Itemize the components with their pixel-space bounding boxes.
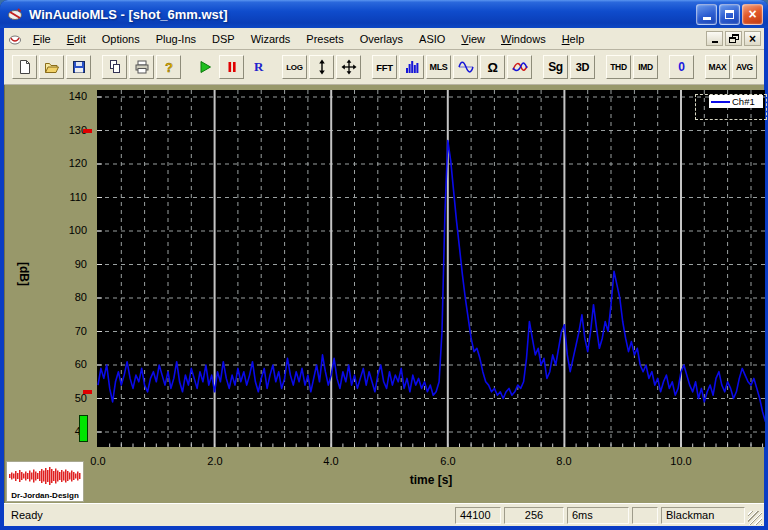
mdi-close-icon: × [749,33,756,45]
record-button-label: R [254,59,263,75]
printer-icon [134,59,150,75]
max-button[interactable]: MAX [705,55,730,79]
mdi-restore-button[interactable] [725,31,742,46]
status-message: Ready [4,509,455,521]
spectrum-button[interactable] [399,55,424,79]
menu-overlays[interactable]: Overlays [352,30,411,48]
log-scale-button[interactable]: LOG [282,55,307,79]
new-button[interactable] [12,55,37,79]
y-tick-label: 90 [43,258,87,270]
close-button[interactable]: × [742,4,763,25]
status-bar: Ready 441002566msBlackman [4,503,764,526]
menu-edit[interactable]: Edit [59,30,94,48]
overlay-curves-icon [512,59,528,75]
level-meter [79,415,88,442]
app-icon [6,5,24,23]
plot-grid [97,90,765,447]
print-button[interactable] [129,55,154,79]
copy-pages-icon [107,59,123,75]
record-button[interactable]: R [246,55,271,79]
application-window: WinAudioMLS - [shot_6mm.wst] × FileEditO… [0,0,768,530]
status-field-6ms: 6ms [567,507,629,524]
y-tick-label: 50 [43,392,87,404]
resize-grip[interactable] [748,511,762,525]
thd-button[interactable]: THD [606,55,631,79]
y-tick-label: 70 [43,325,87,337]
menu-items: FileEditOptionsPlug-InsDSPWizardsPresets… [25,30,704,48]
open-button[interactable] [39,55,64,79]
play-icon [197,59,213,75]
impedance-button[interactable]: Ω [480,55,505,79]
generator-button[interactable] [453,55,478,79]
pause-icon [224,59,240,75]
pan-button[interactable] [336,55,361,79]
fft-button-label: FFT [376,62,393,73]
x-tick-label: 10.0 [664,455,698,467]
red-range-marker[interactable] [83,390,92,394]
svg-text:?: ? [165,60,173,75]
maximize-button[interactable] [719,4,740,25]
avg-button[interactable]: AVG [732,55,757,79]
imd-button[interactable]: IMD [633,55,658,79]
y-axis-label: [dB] [17,257,31,291]
zero-button[interactable]: 0 [669,55,694,79]
x-tick-label: 0.0 [81,455,115,467]
y-tick-label: 80 [43,291,87,303]
legend-box[interactable]: Ch#1 [709,95,763,108]
zero-button-label: 0 [678,60,684,74]
x-tick-label: 4.0 [314,455,348,467]
impedance-button-label: Ω [487,60,497,75]
new-document-icon [17,59,33,75]
close-icon: × [748,7,756,21]
minimize-icon [703,17,711,20]
minimize-button[interactable] [696,4,717,25]
menu-presets[interactable]: Presets [298,30,351,48]
y-tick-label: 100 [43,224,87,236]
open-folder-icon [44,59,60,75]
x-axis-label: time [s] [97,473,765,487]
pause-button[interactable] [219,55,244,79]
sg-button[interactable]: Sg [543,55,568,79]
menu-windows[interactable]: Windows [493,30,554,48]
menu-plug-ins[interactable]: Plug-Ins [148,30,204,48]
menu-dsp[interactable]: DSP [204,30,243,48]
red-range-marker[interactable] [83,129,92,133]
x-tick-label: 6.0 [431,455,465,467]
fft-button[interactable]: FFT [372,55,397,79]
menu-options[interactable]: Options [94,30,148,48]
vendor-logo: Dr-Jordan-Design [6,461,84,502]
v-range-icon [314,59,330,75]
menu-asio[interactable]: ASIO [411,30,453,48]
mls-button[interactable]: MLS [426,55,451,79]
x-tick-label: 2.0 [198,455,232,467]
y-tick-label: 130 [43,124,87,136]
status-field-empty [632,507,658,524]
menu-file[interactable]: File [25,30,59,48]
threed-button-label: 3D [576,61,589,73]
sine-wave-icon [458,59,474,75]
help-button[interactable]: ? [156,55,181,79]
mls-button-label: MLS [429,62,447,72]
plot-area[interactable] [97,90,765,447]
copy-button[interactable] [102,55,127,79]
y-tick-label: 110 [43,191,87,203]
title-bar[interactable]: WinAudioMLS - [shot_6mm.wst] × [0,0,768,28]
mdi-close-button[interactable]: × [744,31,761,46]
save-floppy-icon [71,59,87,75]
menu-help[interactable]: Help [554,30,593,48]
mdi-minimize-button[interactable] [706,31,723,46]
legend-selection-frame[interactable]: Ch#1 [695,94,767,120]
vertical-range-button[interactable] [309,55,334,79]
menu-view[interactable]: View [453,30,493,48]
menu-wizards[interactable]: Wizards [243,30,299,48]
save-button[interactable] [66,55,91,79]
max-button-label: MAX [709,62,727,72]
window-title: WinAudioMLS - [shot_6mm.wst] [29,7,694,22]
legend-line-swatch-icon [711,101,730,103]
document-icon [7,31,25,47]
thd-button-label: THD [610,62,627,72]
threed-button[interactable]: 3D [570,55,595,79]
overlay-curves-button[interactable] [507,55,532,79]
imd-button-label: IMD [638,62,653,72]
play-button[interactable] [192,55,217,79]
